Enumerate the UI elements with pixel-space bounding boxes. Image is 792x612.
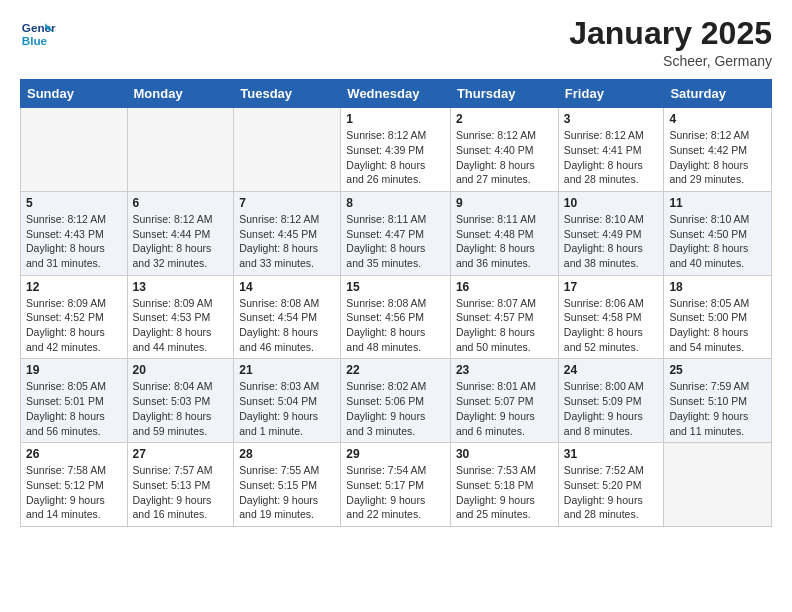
day-cell-5-2: 27Sunrise: 7:57 AMSunset: 5:13 PMDayligh… — [127, 443, 234, 527]
day-number: 25 — [669, 363, 766, 377]
day-cell-4-2: 20Sunrise: 8:04 AMSunset: 5:03 PMDayligh… — [127, 359, 234, 443]
header-sunday: Sunday — [21, 80, 128, 108]
day-number: 24 — [564, 363, 659, 377]
day-number: 28 — [239, 447, 335, 461]
day-number: 1 — [346, 112, 445, 126]
day-number: 16 — [456, 280, 553, 294]
day-info: Sunrise: 8:11 AMSunset: 4:47 PMDaylight:… — [346, 212, 445, 271]
svg-text:Blue: Blue — [22, 34, 48, 47]
day-info: Sunrise: 8:12 AMSunset: 4:45 PMDaylight:… — [239, 212, 335, 271]
day-number: 6 — [133, 196, 229, 210]
day-cell-3-6: 17Sunrise: 8:06 AMSunset: 4:58 PMDayligh… — [558, 275, 664, 359]
header: General Blue January 2025 Scheer, German… — [20, 16, 772, 69]
day-number: 9 — [456, 196, 553, 210]
day-number: 13 — [133, 280, 229, 294]
day-info: Sunrise: 8:08 AMSunset: 4:54 PMDaylight:… — [239, 296, 335, 355]
svg-text:General: General — [22, 21, 56, 34]
day-cell-5-6: 31Sunrise: 7:52 AMSunset: 5:20 PMDayligh… — [558, 443, 664, 527]
day-number: 29 — [346, 447, 445, 461]
day-number: 11 — [669, 196, 766, 210]
day-number: 7 — [239, 196, 335, 210]
day-cell-3-2: 13Sunrise: 8:09 AMSunset: 4:53 PMDayligh… — [127, 275, 234, 359]
day-info: Sunrise: 8:04 AMSunset: 5:03 PMDaylight:… — [133, 379, 229, 438]
week-row-1: 1Sunrise: 8:12 AMSunset: 4:39 PMDaylight… — [21, 108, 772, 192]
week-row-3: 12Sunrise: 8:09 AMSunset: 4:52 PMDayligh… — [21, 275, 772, 359]
day-cell-1-7: 4Sunrise: 8:12 AMSunset: 4:42 PMDaylight… — [664, 108, 772, 192]
day-cell-3-3: 14Sunrise: 8:08 AMSunset: 4:54 PMDayligh… — [234, 275, 341, 359]
day-info: Sunrise: 8:09 AMSunset: 4:52 PMDaylight:… — [26, 296, 122, 355]
day-info: Sunrise: 7:52 AMSunset: 5:20 PMDaylight:… — [564, 463, 659, 522]
day-cell-2-5: 9Sunrise: 8:11 AMSunset: 4:48 PMDaylight… — [450, 191, 558, 275]
day-number: 12 — [26, 280, 122, 294]
calendar-title: January 2025 — [569, 16, 772, 51]
day-info: Sunrise: 8:05 AMSunset: 5:00 PMDaylight:… — [669, 296, 766, 355]
week-row-5: 26Sunrise: 7:58 AMSunset: 5:12 PMDayligh… — [21, 443, 772, 527]
day-number: 31 — [564, 447, 659, 461]
day-info: Sunrise: 8:10 AMSunset: 4:50 PMDaylight:… — [669, 212, 766, 271]
day-cell-4-1: 19Sunrise: 8:05 AMSunset: 5:01 PMDayligh… — [21, 359, 128, 443]
day-cell-2-6: 10Sunrise: 8:10 AMSunset: 4:49 PMDayligh… — [558, 191, 664, 275]
day-cell-5-4: 29Sunrise: 7:54 AMSunset: 5:17 PMDayligh… — [341, 443, 451, 527]
day-cell-1-3 — [234, 108, 341, 192]
day-cell-1-5: 2Sunrise: 8:12 AMSunset: 4:40 PMDaylight… — [450, 108, 558, 192]
header-saturday: Saturday — [664, 80, 772, 108]
day-number: 30 — [456, 447, 553, 461]
day-cell-2-7: 11Sunrise: 8:10 AMSunset: 4:50 PMDayligh… — [664, 191, 772, 275]
day-cell-4-3: 21Sunrise: 8:03 AMSunset: 5:04 PMDayligh… — [234, 359, 341, 443]
day-cell-4-7: 25Sunrise: 7:59 AMSunset: 5:10 PMDayligh… — [664, 359, 772, 443]
day-cell-1-4: 1Sunrise: 8:12 AMSunset: 4:39 PMDaylight… — [341, 108, 451, 192]
header-monday: Monday — [127, 80, 234, 108]
day-info: Sunrise: 8:12 AMSunset: 4:44 PMDaylight:… — [133, 212, 229, 271]
day-info: Sunrise: 8:11 AMSunset: 4:48 PMDaylight:… — [456, 212, 553, 271]
day-info: Sunrise: 8:12 AMSunset: 4:43 PMDaylight:… — [26, 212, 122, 271]
day-info: Sunrise: 7:58 AMSunset: 5:12 PMDaylight:… — [26, 463, 122, 522]
day-info: Sunrise: 8:03 AMSunset: 5:04 PMDaylight:… — [239, 379, 335, 438]
day-number: 20 — [133, 363, 229, 377]
day-info: Sunrise: 7:53 AMSunset: 5:18 PMDaylight:… — [456, 463, 553, 522]
header-tuesday: Tuesday — [234, 80, 341, 108]
day-cell-1-1 — [21, 108, 128, 192]
day-number: 3 — [564, 112, 659, 126]
week-row-4: 19Sunrise: 8:05 AMSunset: 5:01 PMDayligh… — [21, 359, 772, 443]
day-info: Sunrise: 8:06 AMSunset: 4:58 PMDaylight:… — [564, 296, 659, 355]
day-cell-3-7: 18Sunrise: 8:05 AMSunset: 5:00 PMDayligh… — [664, 275, 772, 359]
day-info: Sunrise: 8:09 AMSunset: 4:53 PMDaylight:… — [133, 296, 229, 355]
day-info: Sunrise: 8:12 AMSunset: 4:42 PMDaylight:… — [669, 128, 766, 187]
header-thursday: Thursday — [450, 80, 558, 108]
page: General Blue January 2025 Scheer, German… — [0, 0, 792, 612]
day-number: 10 — [564, 196, 659, 210]
day-cell-5-7 — [664, 443, 772, 527]
day-number: 5 — [26, 196, 122, 210]
day-cell-3-5: 16Sunrise: 8:07 AMSunset: 4:57 PMDayligh… — [450, 275, 558, 359]
day-info: Sunrise: 8:00 AMSunset: 5:09 PMDaylight:… — [564, 379, 659, 438]
day-number: 17 — [564, 280, 659, 294]
header-friday: Friday — [558, 80, 664, 108]
day-info: Sunrise: 8:12 AMSunset: 4:40 PMDaylight:… — [456, 128, 553, 187]
day-number: 26 — [26, 447, 122, 461]
calendar-table: Sunday Monday Tuesday Wednesday Thursday… — [20, 79, 772, 527]
day-info: Sunrise: 8:12 AMSunset: 4:41 PMDaylight:… — [564, 128, 659, 187]
day-info: Sunrise: 8:08 AMSunset: 4:56 PMDaylight:… — [346, 296, 445, 355]
day-info: Sunrise: 8:12 AMSunset: 4:39 PMDaylight:… — [346, 128, 445, 187]
day-info: Sunrise: 8:05 AMSunset: 5:01 PMDaylight:… — [26, 379, 122, 438]
day-number: 4 — [669, 112, 766, 126]
day-cell-1-2 — [127, 108, 234, 192]
week-row-2: 5Sunrise: 8:12 AMSunset: 4:43 PMDaylight… — [21, 191, 772, 275]
day-number: 14 — [239, 280, 335, 294]
title-block: January 2025 Scheer, Germany — [569, 16, 772, 69]
day-number: 15 — [346, 280, 445, 294]
day-cell-3-1: 12Sunrise: 8:09 AMSunset: 4:52 PMDayligh… — [21, 275, 128, 359]
logo-icon: General Blue — [20, 16, 56, 52]
day-info: Sunrise: 8:02 AMSunset: 5:06 PMDaylight:… — [346, 379, 445, 438]
day-cell-5-1: 26Sunrise: 7:58 AMSunset: 5:12 PMDayligh… — [21, 443, 128, 527]
day-info: Sunrise: 7:54 AMSunset: 5:17 PMDaylight:… — [346, 463, 445, 522]
day-info: Sunrise: 7:57 AMSunset: 5:13 PMDaylight:… — [133, 463, 229, 522]
day-number: 21 — [239, 363, 335, 377]
day-info: Sunrise: 8:10 AMSunset: 4:49 PMDaylight:… — [564, 212, 659, 271]
day-cell-5-3: 28Sunrise: 7:55 AMSunset: 5:15 PMDayligh… — [234, 443, 341, 527]
calendar-subtitle: Scheer, Germany — [569, 53, 772, 69]
day-cell-4-5: 23Sunrise: 8:01 AMSunset: 5:07 PMDayligh… — [450, 359, 558, 443]
day-info: Sunrise: 7:59 AMSunset: 5:10 PMDaylight:… — [669, 379, 766, 438]
day-cell-4-6: 24Sunrise: 8:00 AMSunset: 5:09 PMDayligh… — [558, 359, 664, 443]
day-number: 18 — [669, 280, 766, 294]
